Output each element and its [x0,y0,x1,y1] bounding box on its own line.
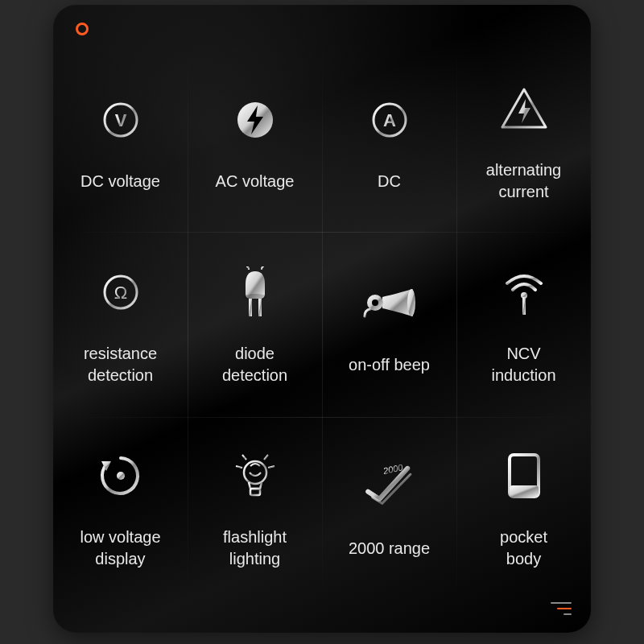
svg-text:Ω: Ω [114,283,126,303]
svg-point-19 [407,289,415,316]
feature-label: AC voltage [216,171,295,192]
feature-label: alternating current [486,159,561,203]
feature-label: flashlight lighting [223,526,287,570]
feature-low-voltage: low voltage display [53,417,188,601]
feature-range: 2000 2000 range [322,417,456,601]
svg-point-25 [117,472,125,480]
svg-text:A: A [383,110,396,130]
feature-dc: A DC [322,50,456,233]
flashlight-icon [227,448,283,504]
ohm-icon: Ω [93,264,149,320]
feature-panel: V DC voltage AC voltage A [53,5,591,633]
feature-flashlight: flashlight lighting [188,417,322,601]
feature-diode: diode detection [188,233,322,417]
svg-line-28 [264,455,268,460]
pocket-body-icon [496,448,552,504]
horn-icon [361,275,418,332]
feature-label: DC voltage [80,171,160,192]
feature-alternating-current: alternating current [456,50,591,233]
svg-line-30 [268,466,275,468]
ac-warning-icon [496,80,552,137]
feature-ac-voltage: AC voltage [188,50,322,233]
feature-ncv: NCV induction [456,233,591,417]
svg-line-27 [242,455,246,460]
ncv-signal-icon [496,264,552,320]
feature-label: NCV induction [491,343,555,386]
range-2000-icon: 2000 [361,459,418,515]
feature-label: 2000 range [349,538,430,559]
feature-label: DC [378,171,401,192]
feature-resistance: Ω resistance detection [53,233,188,417]
ammeter-a-icon: A [361,92,418,148]
feature-beep: on-off beep [322,233,456,417]
svg-line-29 [236,466,242,468]
svg-point-16 [244,294,266,300]
voltmeter-v-icon: V [93,92,149,148]
feature-label: on-off beep [349,354,430,376]
feature-label: low voltage display [80,526,160,570]
brand-ring-icon [76,23,89,35]
svg-rect-17 [249,299,252,316]
menu-icon[interactable] [551,602,572,615]
feature-grid: V DC voltage AC voltage A [53,50,591,601]
feature-label: resistance detection [84,343,157,386]
ac-bolt-icon [227,92,283,148]
feature-label: pocket body [500,526,547,570]
feature-dc-voltage: V DC voltage [53,50,188,233]
svg-text:V: V [114,110,126,130]
svg-rect-32 [250,489,260,495]
feature-pocket: pocket body [456,417,591,601]
diode-icon [227,264,283,320]
svg-point-31 [244,461,266,484]
svg-rect-18 [258,299,262,316]
svg-rect-23 [522,297,526,315]
low-voltage-icon [93,448,149,504]
feature-label: diode detection [222,343,287,386]
svg-marker-11 [518,99,530,123]
svg-rect-36 [510,485,539,497]
svg-point-21 [372,299,378,306]
